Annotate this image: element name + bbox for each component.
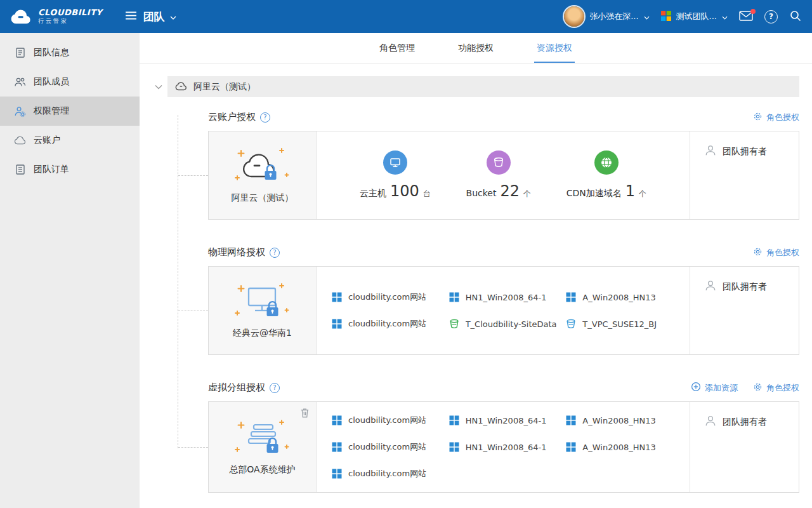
sidebar-item-1[interactable]: 团队信息 [0,38,140,67]
sidebar-item-5[interactable]: 团队订单 [0,155,140,184]
sidebar-item-3[interactable]: 权限管理 [0,97,140,126]
stat-value: 100 [390,182,419,200]
resource-item[interactable]: cloudbility.com网站 [332,415,449,426]
team-name: 测试团队... [676,11,717,22]
group-header[interactable]: 阿里云（测试） [167,76,799,97]
help-icon[interactable] [270,383,280,393]
cloud-icon [14,135,26,145]
windows-icon [566,292,577,303]
bucket-blue-icon [566,319,577,330]
globe-icon [594,150,619,175]
resource-name: HN1_Win2008_64-1 [466,293,547,302]
card-left-label: 阿里云（测试） [232,192,294,204]
card-content: 云主机100台Bucket22个CDN加速域名1个 [317,131,690,219]
gear-icon [753,112,763,123]
resource-item[interactable]: cloudbility.com网站 [332,291,449,303]
stat-label: Bucket [466,188,497,198]
team-grid-icon [661,11,671,23]
help-button[interactable] [764,10,778,23]
topbar: CLOUDBILITY 行云管家 团队 张小强在深... 测试团队... [0,0,812,33]
section-actions: 角色授权 [753,112,799,123]
cloudbility-logo-icon [10,6,33,27]
role-auth-button[interactable]: 角色授权 [753,382,799,394]
owner-label: 团队拥有者 [723,281,767,293]
resource-item[interactable]: HN1_Win2008_64-1 [449,291,566,303]
messages-button[interactable] [739,11,753,23]
windows-icon [332,319,343,330]
resource-name: A_Win2008_HN13 [582,293,655,302]
owner-row: 团队拥有者 [704,144,799,159]
card-owner-panel: 团队拥有者 [690,267,799,354]
tab-2[interactable]: 功能授权 [455,33,496,63]
brand-title: CLOUDBILITY [38,8,102,17]
authorization-section: 云账户授权 角色授权 阿里云（测试） 云主机100台Bucket22个CDN加速… [208,111,799,220]
search-button[interactable] [789,10,802,24]
person-icon [704,279,717,294]
team-nav-menu[interactable]: 团队 [125,10,176,24]
card-left-label: 经典云@华南1 [233,328,292,339]
owner-row: 团队拥有者 [704,279,799,294]
gear-icon [753,382,763,394]
sidebar-item-4[interactable]: 云账户 [0,126,140,155]
owner-row: 团队拥有者 [704,415,799,429]
user-name: 张小强在深... [589,11,638,22]
card-left-panel: 阿里云（测试） [209,131,317,219]
authorization-card: 经典云@华南1 cloudbility.com网站HN1_Win2008_64-… [208,266,799,355]
role-auth-button[interactable]: 角色授权 [753,247,799,258]
resource-item[interactable]: cloudbility.com网站 [332,468,449,479]
stat-label: 云主机 [360,188,386,199]
resource-item[interactable]: A_Win2008_HN13 [566,291,683,303]
sidebar-item-2[interactable]: 团队成员 [0,67,140,97]
stat-value: 22 [500,182,520,200]
card-owner-panel: 团队拥有者 [690,402,799,492]
sidebar-item-label: 权限管理 [34,105,69,117]
section-actions: 角色授权 [753,247,799,258]
resource-item[interactable]: HN1_Win2008_64-1 [449,415,566,426]
delete-group-button[interactable] [300,408,310,418]
chevron-down-icon [170,11,176,22]
windows-icon [449,292,460,303]
authorization-card: 阿里云（测试） 云主机100台Bucket22个CDN加速域名1个 团队拥有者 [208,131,799,220]
person-gear-icon [14,105,26,117]
servers-lock-icon [233,418,292,459]
main-panel: 角色管理功能授权资源授权 阿里云（测试） 云账户授权 角色授权 [140,33,812,508]
add-resource-button[interactable]: 添加资源 [691,382,738,394]
resource-name: cloudbility.com网站 [348,468,426,479]
resource-item[interactable]: A_Win2008_HN13 [566,415,683,426]
resource-item[interactable]: cloudbility.com网站 [332,318,449,330]
resource-item[interactable]: T_VPC_SUSE12_BJ [566,318,683,330]
tab-3[interactable]: 资源授权 [534,33,575,63]
content: 阿里云（测试） 云账户授权 角色授权 阿里云（测试） 云主机100台Bucket… [140,64,812,508]
resource-item[interactable]: HN1_Win2008_64-1 [449,441,566,453]
card-owner-panel: 团队拥有者 [690,131,799,219]
resource-name: cloudbility.com网站 [348,318,426,330]
sidebar-item-label: 团队成员 [34,76,69,88]
resource-item[interactable]: A_Win2008_HN13 [566,441,683,453]
authorization-card: 总部OA系统维护 cloudbility.com网站HN1_Win2008_64… [208,401,799,493]
help-icon[interactable] [270,248,280,258]
person-icon [704,144,717,159]
tab-1[interactable]: 角色管理 [377,33,417,63]
hamburger-icon [125,11,137,22]
stat-unit: 台 [423,189,431,199]
card-content: cloudbility.com网站HN1_Win2008_64-1A_Win20… [317,402,690,492]
resource-item[interactable]: cloudbility.com网站 [332,441,449,453]
resource-name: HN1_Win2008_64-1 [466,416,547,425]
brand[interactable]: CLOUDBILITY 行云管家 [10,6,102,27]
stat-unit: 个 [523,189,531,199]
sidebar: 团队信息团队成员权限管理云账户团队订单 [0,33,140,508]
plus-icon [691,382,701,394]
help-icon[interactable] [260,112,270,123]
people-icon [14,76,26,88]
collapse-chevron-icon[interactable] [155,84,162,90]
team-switcher[interactable]: 测试团队... [661,11,728,23]
authorization-section: 物理网络授权 角色授权 经典云@华南1 cloudbility.com网站HN1… [208,246,799,355]
resource-item[interactable]: T_Cloudbility-SiteData [449,318,566,330]
user-menu[interactable]: 张小强在深... [564,6,649,27]
resource-name: cloudbility.com网站 [348,441,426,453]
group-title: 阿里云（测试） [193,81,256,93]
role-auth-button[interactable]: 角色授权 [753,112,799,123]
windows-icon [449,415,460,426]
stat-bucket: Bucket22个 [466,150,531,200]
authorization-section: 虚拟分组授权 添加资源角色授权 总部OA系统维护 cloudbility.com… [208,382,799,493]
